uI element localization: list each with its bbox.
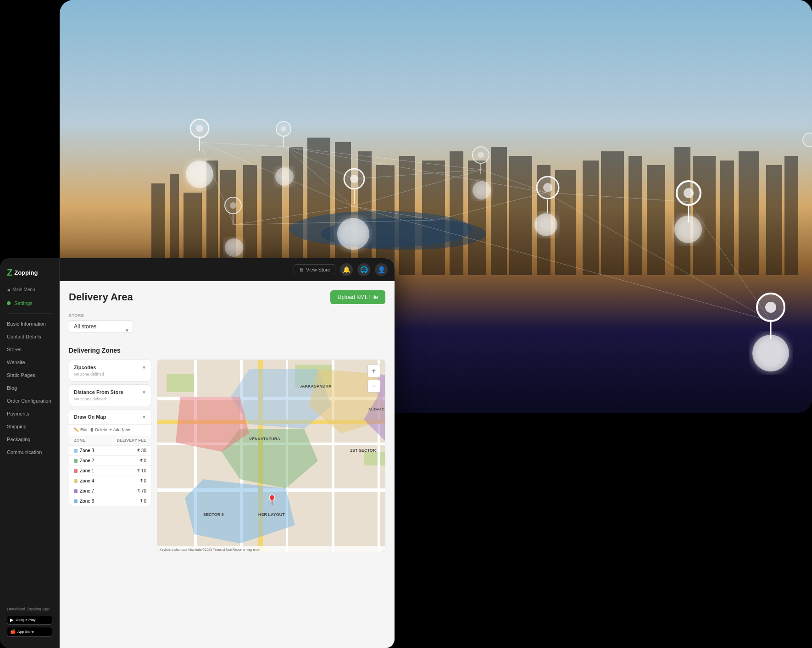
zone-row-4[interactable]: Zone 4 ₹ 0 bbox=[69, 476, 151, 486]
zone-3-fee: ₹ 30 bbox=[137, 448, 146, 453]
upload-kml-button[interactable]: Upload KML File bbox=[330, 290, 385, 304]
app-store-label: App Store bbox=[17, 630, 34, 634]
sidebar-item-order-config-label: Order Configuration bbox=[7, 398, 51, 404]
view-store-button[interactable]: 🖥 View Store bbox=[294, 264, 335, 275]
sidebar-item-settings[interactable]: Settings bbox=[0, 297, 59, 310]
draw-on-map-section: Draw On Map ▼ ✏️ Edit 🗑 Delete bbox=[69, 409, 151, 506]
zone-6-name: Zone 6 bbox=[74, 498, 140, 504]
zone-7-color bbox=[74, 489, 78, 493]
zone-1-name: Zone 1 bbox=[74, 468, 137, 473]
zone-row-3[interactable]: Zone 3 ₹ 30 bbox=[69, 445, 151, 455]
google-play-badge[interactable]: ▶ Google Play bbox=[7, 615, 52, 625]
draw-on-map-header[interactable]: Draw On Map ▼ bbox=[69, 410, 151, 425]
map-container[interactable]: VENKATAPURA JAKKASANDRA 1ST SECTOR SECTO… bbox=[157, 360, 385, 552]
zones-sidebar: Zipcodes ▼ No zone defined Distance From… bbox=[69, 360, 151, 552]
store-select[interactable]: All stores bbox=[69, 320, 133, 333]
zipcodes-section: Zipcodes ▼ No zone defined bbox=[69, 360, 151, 382]
apple-icon: 🍎 bbox=[10, 629, 16, 634]
distance-chevron-icon: ▼ bbox=[142, 390, 146, 395]
globe-icon-button[interactable]: 🌐 bbox=[357, 263, 370, 276]
sidebar-item-stores-label: Stores bbox=[7, 347, 22, 352]
zone-table-header: Zone Delivery fee bbox=[69, 435, 151, 445]
zone-4-label: Zone 4 bbox=[80, 478, 94, 483]
svg-point-84 bbox=[803, 133, 812, 147]
svg-text:HSR LAYOUT: HSR LAYOUT bbox=[258, 512, 285, 517]
svg-point-112 bbox=[269, 495, 275, 500]
delete-label: Delete bbox=[95, 427, 107, 432]
svg-point-76 bbox=[543, 183, 552, 192]
app-window: Z Zopping ◀ Main Menu Settings Basic Inf… bbox=[0, 258, 395, 648]
svg-rect-28 bbox=[739, 151, 759, 275]
draw-tools: ✏️ Edit 🗑 Delete + Add New bbox=[69, 425, 151, 435]
svg-rect-86 bbox=[167, 374, 194, 392]
svg-rect-21 bbox=[583, 161, 599, 275]
sidebar-item-contact-details[interactable]: Contact Details bbox=[0, 330, 59, 343]
main-content: 🖥 View Store 🔔 🌐 👤 Delivery Area Upload … bbox=[60, 258, 395, 648]
sidebar-item-payments[interactable]: Payments bbox=[0, 407, 59, 420]
svg-rect-24 bbox=[647, 165, 665, 275]
zone-6-fee: ₹ 0 bbox=[140, 498, 146, 504]
svg-text:JAKKASANDRA: JAKKASANDRA bbox=[300, 384, 332, 388]
app-store-badge[interactable]: 🍎 App Store bbox=[7, 627, 52, 637]
svg-point-51 bbox=[186, 161, 213, 188]
bell-icon-button[interactable]: 🔔 bbox=[340, 263, 353, 276]
sidebar-item-website-label: Website bbox=[7, 360, 25, 365]
sidebar-item-communication[interactable]: Communication bbox=[0, 446, 59, 459]
map-svg: VENKATAPURA JAKKASANDRA 1ST SECTOR SECTO… bbox=[157, 360, 385, 552]
zipcodes-title: Zipcodes bbox=[74, 365, 96, 370]
draw-on-map-title: Draw On Map bbox=[74, 414, 106, 420]
map-bg: VENKATAPURA JAKKASANDRA 1ST SECTOR SECTO… bbox=[157, 360, 385, 552]
svg-point-55 bbox=[473, 181, 491, 199]
logo-icon: Z bbox=[7, 267, 12, 278]
edit-label: Edit bbox=[80, 427, 88, 432]
app-badges: ▶ Google Play 🍎 App Store bbox=[7, 615, 52, 637]
sidebar-item-order-config[interactable]: Order Configuration bbox=[0, 394, 59, 407]
svg-rect-29 bbox=[766, 165, 782, 275]
download-label: Download Zopping App bbox=[7, 607, 52, 611]
sidebar-item-static-pages[interactable]: Static Pages bbox=[0, 369, 59, 382]
sidebar-item-packaging-label: Packaging bbox=[7, 437, 30, 442]
svg-point-52 bbox=[275, 167, 294, 186]
zone-row-6[interactable]: Zone 6 ₹ 0 bbox=[69, 496, 151, 506]
zone-7-name: Zone 7 bbox=[74, 488, 137, 493]
sidebar-item-shipping[interactable]: Shipping bbox=[0, 420, 59, 433]
sidebar-item-basic-info[interactable]: Basic Information bbox=[0, 317, 59, 330]
edit-tool[interactable]: ✏️ Edit bbox=[74, 427, 88, 432]
add-new-tool[interactable]: + Add New bbox=[110, 427, 130, 432]
zone-2-label: Zone 2 bbox=[80, 458, 94, 463]
svg-point-82 bbox=[765, 302, 776, 313]
zipcodes-header[interactable]: Zipcodes ▼ bbox=[74, 365, 146, 370]
svg-text:Keyboard shortcuts  Map data ©: Keyboard shortcuts Map data ©2023 Terms … bbox=[160, 548, 260, 552]
distance-header[interactable]: Distance From Store ▼ bbox=[74, 389, 146, 395]
svg-rect-88 bbox=[364, 452, 385, 465]
svg-rect-18 bbox=[509, 156, 532, 275]
svg-rect-26 bbox=[693, 156, 716, 275]
zone-col-header: Zone bbox=[74, 438, 117, 443]
svg-text:AL-DAAZ: AL-DAAZ bbox=[368, 407, 384, 411]
delivering-zones-title: Delivering Zones bbox=[69, 347, 385, 354]
main-menu-label[interactable]: ◀ Main Menu bbox=[0, 285, 59, 294]
distance-section: Distance From Store ▼ No zones defined bbox=[69, 384, 151, 406]
svg-rect-8 bbox=[289, 147, 303, 275]
delete-tool[interactable]: 🗑 Delete bbox=[90, 427, 107, 432]
add-label: Add New bbox=[113, 427, 130, 432]
sidebar-item-website[interactable]: Website bbox=[0, 356, 59, 369]
sidebar-item-packaging[interactable]: Packaging bbox=[0, 433, 59, 446]
zoom-out-button[interactable]: − bbox=[367, 380, 380, 393]
zone-row-7[interactable]: Zone 7 ₹ 70 bbox=[69, 486, 151, 496]
zoom-in-button[interactable]: + bbox=[367, 365, 380, 377]
sidebar-item-communication-label: Communication bbox=[7, 449, 42, 455]
sidebar-item-shipping-label: Shipping bbox=[7, 424, 27, 429]
sidebar-item-stores[interactable]: Stores bbox=[0, 343, 59, 356]
svg-point-56 bbox=[534, 213, 557, 236]
user-icon-button[interactable]: 👤 bbox=[375, 263, 388, 276]
sidebar-item-contact-details-label: Contact Details bbox=[7, 334, 41, 339]
sidebar-item-blog[interactable]: Blog bbox=[0, 382, 59, 394]
zone-row-2[interactable]: Zone 2 ₹ 0 bbox=[69, 455, 151, 465]
sidebar-divider-1 bbox=[7, 313, 52, 314]
svg-point-64 bbox=[281, 126, 286, 132]
app-logo: Z Zopping bbox=[0, 265, 59, 285]
sidebar-item-static-pages-label: Static Pages bbox=[7, 372, 35, 378]
logo-text: Zopping bbox=[14, 269, 38, 276]
zone-row-1[interactable]: Zone 1 ₹ 10 bbox=[69, 465, 151, 476]
